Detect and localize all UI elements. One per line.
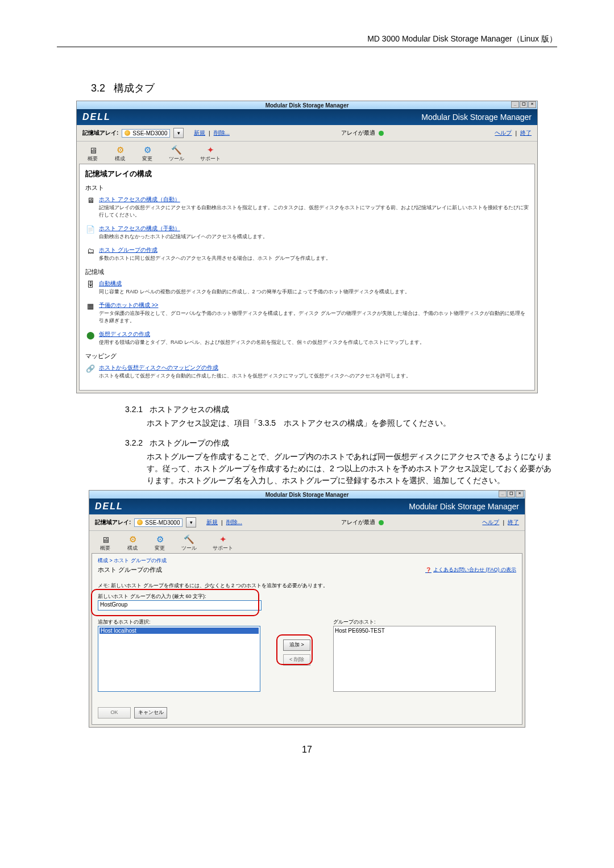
list-item[interactable]: Host localhost (99, 628, 259, 634)
window-title: Modular Disk Storage Manager (265, 492, 349, 498)
header-rule (57, 47, 557, 47)
add-button[interactable]: 追加 > (283, 639, 310, 651)
group-hosts-list[interactable]: Host PE6950-TEST (333, 626, 496, 692)
tab-config[interactable]: ⚙構成 (114, 145, 126, 164)
brand-subtitle: Modular Disk Storage Manager (409, 502, 519, 511)
chevron-down-icon[interactable]: ▾ (173, 128, 184, 138)
close-icon[interactable]: × (516, 491, 524, 497)
sub-title: ホストアクセスの構成 (150, 405, 229, 414)
help-link[interactable]: ヘルプ (482, 518, 499, 526)
array-selector[interactable]: SSE-MD3000 (122, 129, 170, 138)
new-link[interactable]: 新規 (194, 129, 205, 137)
group-mapping: マッピング (85, 352, 529, 360)
delete-link[interactable]: 削除... (226, 518, 242, 526)
link-host-group[interactable]: ホスト グループの作成 (99, 246, 331, 254)
maximize-icon[interactable]: ◻ (507, 491, 515, 497)
array-value: SSE-MD3000 (145, 520, 180, 526)
group-host: ホスト (85, 184, 529, 192)
tab-config[interactable]: ⚙構成 (127, 534, 138, 553)
content-pane: 記憶域アレイの構成 ホスト 🖥 ホスト アクセスの構成（自動） 記憶域アレイの仮… (79, 164, 535, 391)
status-ok-icon (379, 520, 384, 525)
ok-button[interactable]: OK (98, 707, 131, 719)
dell-logo: DELL (95, 501, 123, 512)
status-text: アレイが最適 (341, 129, 375, 137)
brand-subtitle: Modular Disk Storage Manager (421, 113, 532, 122)
link-host-access-auto[interactable]: ホスト アクセスの構成（自動） (99, 196, 529, 203)
array-label: 記憶域アレイ: (95, 518, 131, 526)
tab-tools[interactable]: 🔨ツール (181, 534, 197, 553)
array-selector[interactable]: SSE-MD3000 (134, 518, 182, 527)
array-value: SSE-MD3000 (132, 130, 167, 136)
minimize-icon[interactable]: _ (511, 101, 519, 108)
gear-icon: ⚙ (127, 534, 138, 545)
minimize-icon[interactable]: _ (499, 491, 507, 497)
delete-link[interactable]: 削除... (214, 129, 230, 137)
close-icon[interactable]: × (528, 101, 536, 108)
link-vdisk[interactable]: 仮想ディスクの作成 (99, 330, 425, 338)
remove-button[interactable]: < 削除 (283, 654, 310, 666)
sub-title: ホストグループの作成 (150, 438, 229, 447)
subsection-321: 3.2.1 ホストアクセスの構成 ホストアクセス設定は、項目「3.3.5 ホスト… (125, 405, 557, 429)
link-hot-spare[interactable]: 予備のホットの構成 >> (99, 301, 529, 309)
tab-support[interactable]: ✦サポート (213, 534, 233, 553)
gear-icon: ⚙ (142, 145, 153, 155)
item-auto-config: 🗄 自動構成 同じ容量と RAID レベルの複数の仮想ディスクを自動的に作成し、… (85, 280, 529, 296)
group-hosts-label: グループのホスト: (333, 618, 496, 626)
link-auto-config[interactable]: 自動構成 (99, 280, 410, 288)
cancel-button[interactable]: キャンセル (134, 707, 167, 719)
exit-link[interactable]: 終了 (520, 129, 532, 137)
support-icon: ✦ (217, 534, 229, 545)
window-titlebar: Modular Disk Storage Manager _ ◻ × (89, 491, 525, 499)
tab-bar: 🖥概要 ⚙構成 ⚙変更 🔨ツール ✦サポート (77, 142, 537, 164)
chevron-down-icon[interactable]: ▾ (186, 517, 196, 528)
list-item[interactable]: Host PE6950-TEST (335, 628, 494, 634)
exit-link[interactable]: 終了 (508, 518, 519, 526)
group-storage: 記憶域 (85, 268, 529, 276)
item-host-access-auto: 🖥 ホスト アクセスの構成（自動） 記憶域アレイの仮想ディスクにアクセスする自動… (85, 196, 529, 219)
breadcrumb[interactable]: 構成 > ホスト グループの作成 (98, 557, 516, 564)
item-vdisk: ⬤ 仮想ディスクの作成 使用する領域の容量とタイプ、RAID レベル、および仮想… (85, 330, 529, 346)
link-host-access-manual[interactable]: ホスト アクセスの構成（手動） (99, 225, 268, 232)
item-host-access-manual: 📄 ホスト アクセスの構成（手動） 自動検出されなかったホストの記憶域アレイへの… (85, 225, 529, 240)
content-title: 記憶域アレイの構成 (85, 169, 529, 179)
mapping-icon: 🔗 (85, 364, 96, 373)
item-mapping: 🔗 ホストから仮想ディスクへのマッピングの作成 ホストを構成して仮想ディスクを自… (85, 364, 529, 380)
subsection-322: 3.2.2 ホストグループの作成 ホストグループを作成することで、グループ内のホ… (125, 438, 557, 487)
sub-body: ホストグループを作成することで、グループ内のホストであれば同一仮想ディスクにアク… (147, 451, 557, 487)
hammer-icon: 🔨 (184, 534, 195, 545)
host-icon: 📄 (85, 225, 96, 234)
new-link[interactable]: 新規 (206, 518, 218, 526)
section-title: 構成タブ (114, 82, 155, 94)
help-link[interactable]: ヘルプ (495, 129, 512, 137)
host-icon: 🖥 (85, 196, 96, 205)
sub-body: ホストアクセス設定は、項目「3.3.5 ホストアクセスの構成」を参照してください… (147, 417, 557, 429)
tab-summary[interactable]: 🖥概要 (87, 145, 98, 164)
help-icon: ❓ (425, 567, 432, 573)
item-hot-spare: ▦ 予備のホットの構成 >> データ保護の追加手段として、グローバルな予備のホッ… (85, 301, 529, 325)
array-toolbar: 記憶域アレイ: SSE-MD3000 ▾ 新規 | 削除... アレイが最適 ヘ… (77, 125, 537, 142)
tab-tools[interactable]: 🔨ツール (169, 145, 184, 164)
status-text: アレイが最適 (341, 518, 375, 526)
link-mapping[interactable]: ホストから仮想ディスクへのマッピングの作成 (99, 364, 411, 372)
maximize-icon[interactable]: ◻ (520, 101, 528, 108)
available-hosts-list[interactable]: Host localhost (98, 626, 260, 692)
tab-summary[interactable]: 🖥概要 (99, 534, 111, 553)
array-toolbar: 記憶域アレイ: SSE-MD3000 ▾ 新規 | 削除... アレイが最適 ヘ… (89, 514, 525, 531)
hammer-icon: 🔨 (171, 145, 182, 155)
status-ok-icon (379, 131, 384, 136)
window-titlebar: Modular Disk Storage Manager _ ◻ × (77, 101, 537, 109)
faq-link[interactable]: ❓ よくあるお問い合わせ (FAQ) の表示 (425, 566, 516, 574)
name-label: 新しいホスト グループ名の入力 (最大 60 文字): (98, 593, 516, 600)
select-host-label: 追加するホストの選択: (98, 618, 260, 626)
tab-support[interactable]: ✦サポート (200, 145, 221, 164)
sub-number: 3.2.1 (125, 405, 143, 414)
screenshot-host-group: Modular Disk Storage Manager _ ◻ × DELL … (89, 490, 525, 728)
window-buttons: _ ◻ × (511, 101, 536, 108)
item-host-group: 🗂 ホスト グループの作成 多数のホストに同じ仮想ディスクへのアクセスを共用させ… (85, 246, 529, 262)
support-icon: ✦ (205, 145, 216, 155)
tab-modify[interactable]: ⚙変更 (142, 145, 153, 164)
array-icon (137, 520, 143, 525)
tab-bar: 🖥概要 ⚙構成 ⚙変更 🔨ツール ✦サポート (89, 531, 525, 553)
group-name-input[interactable]: HostGroup (98, 600, 262, 610)
tab-modify[interactable]: ⚙変更 (154, 534, 165, 553)
